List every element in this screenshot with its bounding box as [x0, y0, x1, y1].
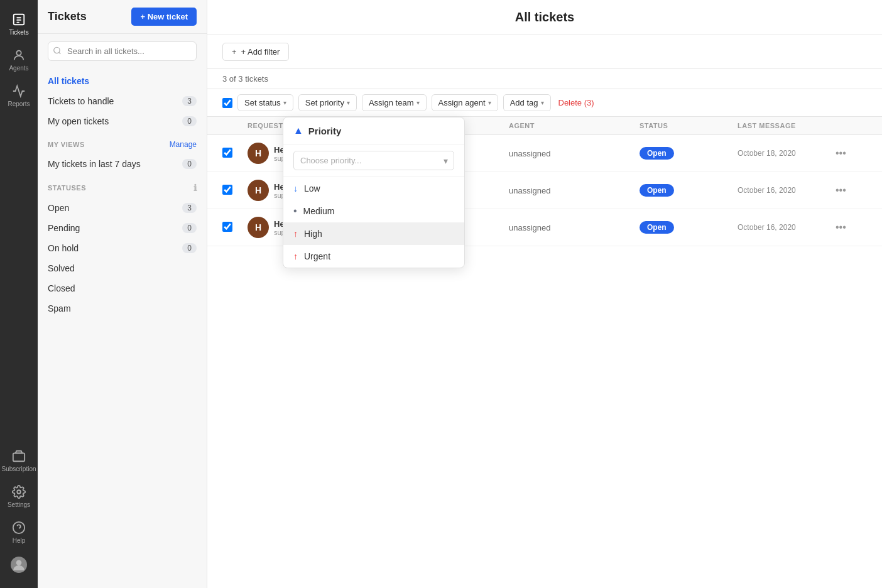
avatar-2: H — [248, 180, 269, 201]
bulk-actions-bar: Set status ▾ Set priority ▾ Assign team … — [207, 89, 882, 117]
sidebar-item-agents[interactable]: Agents — [0, 42, 38, 78]
more-button-1[interactable]: ••• — [836, 148, 846, 159]
svg-point-6 — [17, 490, 21, 494]
main-content: All tickets + + Add filter 3 of 3 ticket… — [207, 0, 882, 588]
help-label: Help — [13, 537, 26, 544]
sidebar-item-help[interactable]: Help — [0, 514, 38, 550]
tickets-nav-label: Tickets — [9, 29, 28, 36]
status-spam-link[interactable]: Spam — [38, 298, 207, 318]
header-checkbox-col — [222, 122, 248, 129]
subscription-label: Subscription — [1, 466, 36, 472]
sidebar-item-profile[interactable] — [0, 550, 38, 582]
sidebar-item-reports[interactable]: Reports — [0, 78, 38, 114]
urgent-icon: ↑ — [293, 251, 298, 261]
high-icon: ↑ — [293, 229, 298, 239]
my-views-header: MY VIEWS Manage — [38, 134, 207, 151]
my-tickets-badge: 0 — [182, 159, 197, 169]
add-filter-label: + Add filter — [241, 47, 280, 57]
new-ticket-button[interactable]: + New ticket — [131, 8, 197, 26]
header-last-message: LAST MESSAGE — [738, 122, 836, 129]
set-priority-button[interactable]: Set priority ▾ — [298, 94, 357, 111]
status-badge-1: Open — [640, 147, 674, 160]
status-onhold-link[interactable]: On hold 0 — [38, 238, 207, 258]
page-title: All tickets — [207, 0, 882, 35]
priority-option-high[interactable]: ↑ High — [283, 222, 464, 245]
row-checkbox-1[interactable] — [222, 148, 232, 158]
sidebar-item-subscription[interactable]: Subscription — [0, 443, 38, 479]
priority-dropdown-title: Priority — [308, 126, 342, 136]
last-message-3: October 16, 2020 — [738, 223, 836, 232]
status-badge-2: Open — [640, 184, 674, 197]
priority-option-low[interactable]: ↓ Low — [283, 177, 464, 200]
sidebar-item-settings[interactable]: Settings — [0, 479, 38, 514]
priority-dropdown-header: ▲ Priority — [283, 117, 464, 144]
search-input[interactable] — [48, 41, 197, 61]
chevron-down-icon: ▾ — [541, 99, 544, 106]
open-badge: 3 — [182, 203, 197, 213]
header-agent: AGENT — [509, 122, 640, 129]
statuses-header: STATUSES ℹ — [38, 177, 207, 195]
svg-point-4 — [16, 51, 21, 55]
chevron-down-icon: ▾ — [488, 99, 491, 106]
statuses-section: Open 3 Pending 0 On hold 0 Solved Closed… — [38, 195, 207, 321]
chevron-down-icon: ▾ — [416, 99, 420, 106]
my-views-section: My tickets in last 7 days 0 — [38, 151, 207, 177]
info-icon: ℹ — [193, 183, 197, 193]
select-all-checkbox[interactable] — [222, 98, 232, 108]
assign-team-button[interactable]: Assign team ▾ — [362, 94, 427, 111]
add-filter-button[interactable]: + + Add filter — [222, 43, 289, 61]
settings-label: Settings — [8, 501, 30, 508]
agent-2: unassigned — [509, 186, 640, 195]
more-button-2[interactable]: ••• — [836, 185, 846, 196]
search-icon — [53, 46, 62, 57]
chevron-down-icon: ▾ — [283, 99, 286, 106]
plus-icon: + — [232, 47, 237, 57]
pending-badge: 0 — [182, 223, 197, 233]
last-message-1: October 18, 2020 — [738, 149, 836, 158]
svg-point-11 — [54, 47, 60, 53]
more-button-3[interactable]: ••• — [836, 222, 846, 233]
my-open-tickets-badge: 0 — [182, 116, 197, 126]
priority-icon: ▲ — [293, 125, 303, 136]
assign-agent-button[interactable]: Assign agent ▾ — [432, 94, 498, 111]
tickets-count: 3 of 3 tickets — [207, 69, 882, 89]
priority-dropdown: ▲ Priority Choose priority... Low Medium… — [283, 117, 465, 268]
all-tickets-link[interactable]: All tickets — [38, 71, 207, 91]
priority-option-urgent[interactable]: ↑ Urgent — [283, 245, 464, 268]
tickets-to-handle-link[interactable]: Tickets to handle 3 — [38, 91, 207, 111]
my-tickets-last-7-link[interactable]: My tickets in last 7 days 0 — [38, 154, 207, 174]
sidebar-header: Tickets + New ticket — [38, 0, 207, 34]
row-checkbox-2[interactable] — [222, 185, 232, 195]
status-solved-link[interactable]: Solved — [38, 258, 207, 278]
low-icon: ↓ — [293, 183, 298, 193]
sidebar-title: Tickets — [48, 10, 87, 23]
svg-point-10 — [16, 560, 22, 565]
status-pending-link[interactable]: Pending 0 — [38, 218, 207, 238]
sidebar-main-links: All tickets Tickets to handle 3 My open … — [38, 68, 207, 134]
search-box — [48, 41, 197, 61]
manage-views-link[interactable]: Manage — [170, 140, 197, 149]
add-tag-button[interactable]: Add tag ▾ — [503, 94, 551, 111]
agent-3: unassigned — [509, 223, 640, 232]
svg-line-12 — [59, 52, 61, 54]
priority-select[interactable]: Choose priority... Low Medium High Urgen… — [293, 151, 454, 170]
onhold-badge: 0 — [182, 243, 197, 253]
status-open-link[interactable]: Open 3 — [38, 198, 207, 218]
last-message-2: October 16, 2020 — [738, 186, 836, 195]
chevron-down-icon: ▾ — [347, 99, 350, 106]
set-status-button[interactable]: Set status ▾ — [237, 94, 293, 111]
priority-select-wrapper: Choose priority... Low Medium High Urgen… — [283, 144, 464, 177]
svg-rect-5 — [13, 453, 24, 461]
delete-button[interactable]: Delete (3) — [556, 95, 597, 111]
my-open-tickets-link[interactable]: My open tickets 0 — [38, 111, 207, 131]
avatar-3: H — [248, 217, 269, 238]
row-checkbox-3[interactable] — [222, 222, 232, 232]
status-badge-3: Open — [640, 221, 674, 234]
toolbar: + + Add filter — [207, 35, 882, 69]
sidebar-item-tickets[interactable]: Tickets — [0, 6, 38, 42]
priority-option-medium[interactable]: • Medium — [283, 200, 464, 222]
reports-nav-label: Reports — [8, 101, 30, 107]
header-actions — [836, 122, 867, 129]
left-nav-bottom: Subscription Settings Help — [0, 443, 38, 588]
status-closed-link[interactable]: Closed — [38, 278, 207, 298]
